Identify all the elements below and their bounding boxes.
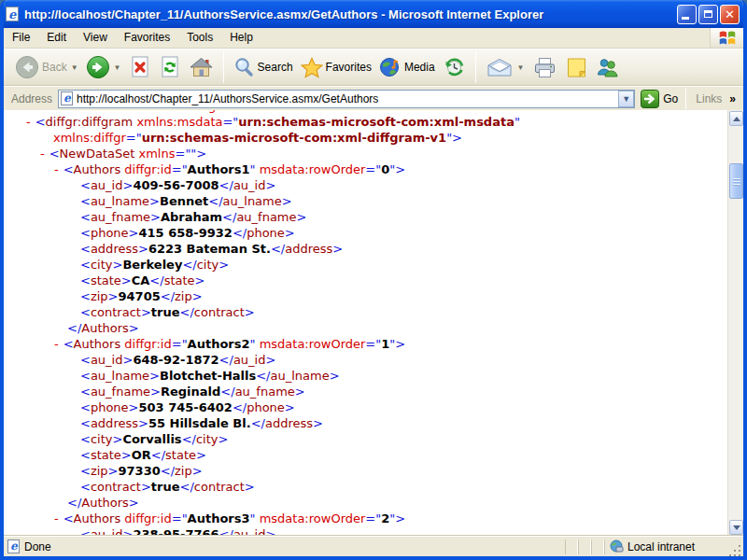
collapse-toggle[interactable]: -	[40, 147, 45, 161]
xml-token: <	[80, 258, 91, 272]
xml-token: ="	[126, 131, 142, 145]
xml-token: <	[80, 178, 91, 192]
security-zone-label: Local intranet	[627, 540, 695, 553]
xml-token: city	[91, 258, 113, 272]
xml-line: <au_fname>Abraham</au_fname>	[4, 209, 743, 225]
close-button[interactable]: ✕	[720, 5, 740, 24]
xml-token: zip	[91, 289, 108, 303]
xml-token: >	[265, 527, 275, 536]
xml-token: <	[80, 464, 91, 478]
scroll-up-icon	[733, 117, 740, 121]
xml-token: 97330	[119, 464, 161, 478]
xml-token: 503 745-6402	[139, 400, 233, 414]
xml-token: address	[285, 242, 332, 256]
collapse-toggle[interactable]: -	[54, 162, 59, 176]
scroll-up-button[interactable]	[729, 111, 743, 126]
resize-grip[interactable]	[729, 543, 742, 556]
refresh-button[interactable]	[155, 53, 185, 81]
back-icon	[15, 55, 39, 79]
media-button[interactable]: Media	[375, 54, 439, 80]
xml-token: 55 Hillsdale Bl.	[148, 416, 251, 430]
links-chevron-icon[interactable]: »	[729, 92, 740, 105]
xml-token: >	[138, 416, 148, 430]
address-dropdown-button[interactable]: ▼	[618, 91, 634, 107]
xml-token: au_fname	[236, 210, 296, 224]
edit-button[interactable]	[561, 55, 592, 80]
xml-token: Authors2	[188, 337, 250, 351]
minimize-button[interactable]	[677, 5, 697, 24]
print-icon	[532, 57, 557, 78]
xml-line: <state>OR</state>	[4, 447, 743, 463]
xml-token: >	[297, 210, 307, 224]
xml-token: <	[80, 527, 91, 536]
xml-token: address	[91, 416, 138, 430]
address-input[interactable]	[77, 91, 618, 106]
back-button[interactable]: Back ▼	[11, 53, 82, 81]
xml-token: "	[514, 115, 520, 129]
back-dropdown-icon[interactable]: ▼	[71, 63, 78, 72]
xml-token: ="	[222, 115, 238, 129]
page-content: <?xml version="1.0" encoding="utf-8" ?>-…	[4, 110, 743, 536]
xml-token: </	[67, 321, 81, 335]
xml-token: 6223 Bateman St.	[148, 242, 271, 256]
xml-token: >	[112, 432, 122, 446]
mail-button[interactable]: ▼	[482, 55, 529, 80]
search-button[interactable]: Search	[230, 55, 297, 80]
favorites-button[interactable]: Favorites	[297, 55, 375, 80]
xml-token: >	[313, 416, 323, 430]
xml-token: >	[112, 258, 122, 272]
forward-button[interactable]: ▼	[82, 53, 125, 81]
xml-token: au_id	[91, 353, 123, 367]
menu-item-view[interactable]: View	[75, 28, 116, 48]
vertical-scrollbar[interactable]	[727, 110, 743, 536]
scroll-down-button[interactable]	[729, 520, 743, 535]
collapse-toggle[interactable]: -	[26, 115, 31, 129]
stop-button[interactable]	[125, 53, 155, 81]
mail-dropdown-icon[interactable]: ▼	[517, 63, 525, 72]
collapse-toggle[interactable]: -	[54, 337, 59, 351]
xml-token: ">	[389, 337, 405, 351]
address-input-box: e ▼	[58, 90, 635, 108]
xml-token: ="	[365, 162, 381, 176]
xml-token: <	[80, 194, 91, 208]
xml-line: -<Authors diffgr:id="Authors2" msdata:ro…	[4, 336, 743, 352]
xml-line: -<diffgr:diffgram xmlns:msdata="urn:sche…	[4, 114, 743, 130]
xml-token: >	[196, 448, 206, 462]
scrollbar-thumb[interactable]	[729, 163, 743, 199]
xml-token: <	[80, 242, 91, 256]
xml-token: Authors	[74, 511, 121, 525]
collapse-toggle[interactable]: -	[54, 511, 59, 525]
xml-token: >	[121, 448, 132, 462]
messenger-button[interactable]	[592, 55, 623, 80]
xml-line: <zip>94705</zip>	[4, 288, 743, 304]
forward-dropdown-icon[interactable]: ▼	[114, 63, 121, 72]
xml-token: <	[80, 448, 91, 462]
menu-item-favorites[interactable]: Favorites	[116, 28, 178, 48]
address-label: Address	[7, 92, 58, 105]
xml-token: NewDataSet	[60, 147, 135, 161]
go-button[interactable]: Go	[641, 90, 678, 108]
xml-token: Corvallis	[122, 432, 181, 446]
links-label[interactable]: Links	[688, 92, 729, 105]
xml-token: >	[285, 400, 295, 414]
history-button[interactable]	[439, 54, 470, 81]
xml-token: >	[285, 226, 295, 240]
xml-token: </	[180, 305, 194, 319]
xml-token: "	[250, 511, 260, 525]
maximize-button[interactable]	[698, 5, 718, 24]
xml-token: contract	[91, 480, 141, 494]
xml-token: >	[129, 321, 139, 335]
xml-line: <phone>503 745-6402</phone>	[4, 399, 743, 415]
xml-token: true	[151, 305, 180, 319]
menu-item-edit[interactable]: Edit	[38, 28, 75, 48]
menu-item-help[interactable]: Help	[221, 28, 261, 48]
home-button[interactable]	[185, 54, 218, 80]
xml-token: </	[161, 464, 175, 478]
xml-token: au_lname	[91, 194, 149, 208]
menu-item-file[interactable]: File	[4, 28, 38, 48]
print-button[interactable]	[529, 55, 561, 80]
xml-token: >	[218, 258, 229, 272]
xml-token: Authors3	[188, 511, 250, 525]
search-label: Search	[258, 61, 293, 74]
menu-item-tools[interactable]: Tools	[178, 28, 221, 48]
